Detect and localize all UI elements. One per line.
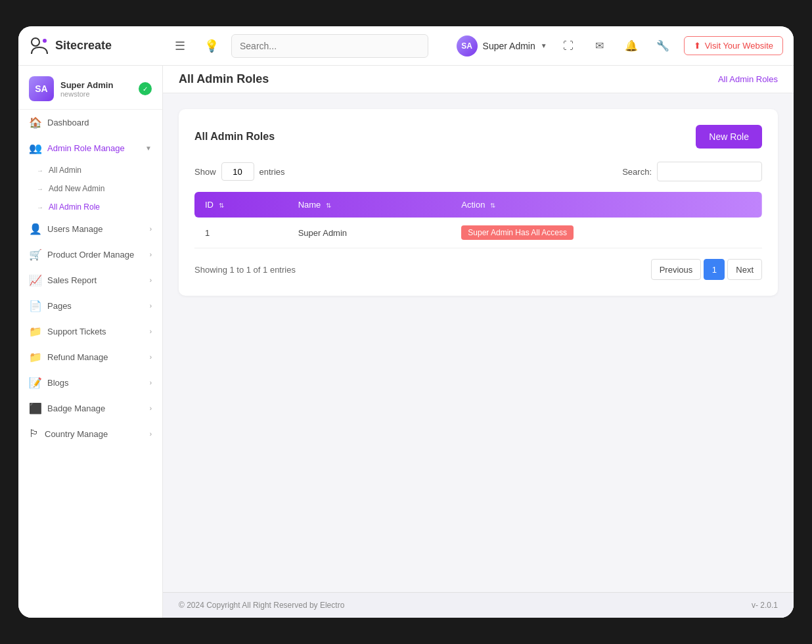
chevron-right-icon: › (150, 354, 152, 361)
access-badge[interactable]: Super Admin Has All Access (461, 225, 574, 240)
new-role-button[interactable]: New Role (696, 125, 762, 149)
sidebar-item-refund[interactable]: 📁 Refund Manage › (18, 344, 162, 370)
search-input[interactable] (231, 34, 428, 58)
cell-name: Super Admin (288, 218, 451, 248)
sidebar-item-pages[interactable]: 📄 Pages › (18, 293, 162, 319)
bulb-icon[interactable]: 💡 (200, 34, 223, 58)
sidebar-item-dashboard[interactable]: 🏠 Dashboard (18, 110, 162, 135)
sidebar-label-refund: Refund Manage (47, 352, 108, 362)
breadcrumb-bar: All Admin Roles All Admin Roles (163, 66, 794, 93)
card-header: All Admin Roles New Role (194, 125, 762, 149)
show-label: Show (194, 167, 216, 177)
card-title: All Admin Roles (194, 131, 275, 143)
sidebar-sub-add-new-admin[interactable]: → Add New Admin (18, 179, 162, 198)
sidebar-label-blogs: Blogs (47, 378, 69, 388)
folder-icon: 📁 (29, 325, 42, 338)
arrow-icon: → (37, 167, 43, 174)
page-icon: 📄 (29, 300, 42, 312)
chevron-right-icon: › (150, 430, 152, 438)
sidebar-sub-label-all-admin: All Admin (49, 166, 81, 175)
chevron-right-icon: › (150, 302, 152, 310)
content-area: All Admin Roles All Admin Roles All Admi… (163, 66, 794, 618)
sidebar-item-product-order[interactable]: 🛒 Product Order Manage › (18, 242, 162, 267)
sidebar-sub-label-all-admin-role: All Admin Role (49, 202, 100, 212)
visit-website-button[interactable]: ⬆ Visit Your Website (684, 36, 783, 55)
cell-action: Super Admin Has All Access (451, 218, 762, 248)
chevron-right-icon: › (150, 251, 152, 258)
cart-icon: 🛒 (29, 248, 42, 261)
sidebar-item-users[interactable]: 👤 Users Manage › (18, 216, 162, 242)
flag-icon: 🏳 (29, 428, 39, 440)
entries-input[interactable] (221, 162, 254, 181)
blog-icon: 📝 (29, 377, 42, 389)
roles-table: ID ⇅ Name ⇅ Action ⇅ (194, 192, 762, 248)
user-icon: 👤 (29, 223, 42, 235)
logo-area: Sitecreate (29, 35, 160, 57)
expand-icon[interactable]: ⛶ (558, 35, 579, 57)
sidebar-store: newstore (60, 90, 132, 98)
search-control: Search: (622, 162, 762, 181)
arrow-icon: → (37, 185, 43, 193)
table-search-input[interactable] (657, 162, 762, 181)
badge-icon: ⬛ (29, 402, 42, 415)
home-icon: 🏠 (29, 116, 42, 129)
user-badge[interactable]: SA Super Admin ▼ (457, 35, 547, 57)
table-head: ID ⇅ Name ⇅ Action ⇅ (194, 192, 762, 218)
chevron-right-icon: › (150, 225, 152, 233)
svg-point-0 (32, 38, 39, 46)
col-id[interactable]: ID ⇅ (194, 192, 288, 218)
folder-icon: 📁 (29, 351, 42, 363)
col-name[interactable]: Name ⇅ (288, 192, 451, 218)
chevron-right-icon: › (150, 379, 152, 386)
chart-icon: 📈 (29, 274, 42, 287)
check-icon: ✓ (139, 82, 152, 95)
table-controls: Show entries Search: (194, 162, 762, 181)
page-1-button[interactable]: 1 (704, 259, 725, 280)
footer: © 2024 Copyright All Right Reserved by E… (163, 592, 794, 618)
mail-icon[interactable]: ✉ (589, 35, 610, 57)
table-footer: Showing 1 to 1 of 1 entries Previous 1 N… (194, 259, 762, 280)
sidebar-user-info: Super Admin newstore (60, 80, 132, 98)
sidebar-sub-all-admin-role[interactable]: → All Admin Role (18, 198, 162, 216)
user-name: Super Admin (483, 41, 535, 51)
sidebar-sub-all-admin[interactable]: → All Admin (18, 161, 162, 179)
col-action-label: Action (461, 200, 485, 210)
arrow-icon: → (37, 204, 43, 211)
entries-label: entries (259, 167, 285, 177)
sidebar-label-sales-report: Sales Report (47, 275, 97, 285)
menu-icon[interactable]: ☰ (168, 34, 192, 58)
chevron-down-icon: ▼ (541, 42, 547, 49)
sidebar-username: Super Admin (60, 80, 132, 90)
sidebar-label-badge: Badge Manage (47, 403, 105, 413)
content-inner: All Admin Roles New Role Show entries Se… (163, 93, 794, 592)
breadcrumb: All Admin Roles (718, 74, 778, 84)
chevron-right-icon: › (150, 277, 152, 284)
chevron-right-icon: › (150, 405, 152, 412)
roles-card: All Admin Roles New Role Show entries Se… (179, 109, 778, 296)
main-layout: SA Super Admin newstore ✓ 🏠 Dashboard 👥 (18, 66, 794, 618)
chevron-down-icon: ▼ (145, 145, 152, 152)
sidebar-item-badge[interactable]: ⬛ Badge Manage › (18, 396, 162, 421)
next-button[interactable]: Next (727, 259, 762, 280)
sidebar-label-users: Users Manage (47, 224, 103, 234)
navbar-right: SA Super Admin ▼ ⛶ ✉ 🔔 🔧 ⬆ Visit Your We… (457, 35, 783, 57)
sidebar-label-product-order: Product Order Manage (47, 250, 134, 260)
bell-icon[interactable]: 🔔 (621, 35, 642, 57)
tools-icon[interactable]: 🔧 (652, 35, 673, 57)
sidebar-sub-label-add-new-admin: Add New Admin (49, 184, 104, 193)
sort-icon: ⇅ (490, 202, 495, 209)
previous-button[interactable]: Previous (651, 259, 702, 280)
sidebar-item-support[interactable]: 📁 Support Tickets › (18, 319, 162, 344)
sidebar-item-sales-report[interactable]: 📈 Sales Report › (18, 267, 162, 293)
col-id-label: ID (205, 200, 214, 210)
table-row: 1 Super Admin Super Admin Has All Access (194, 218, 762, 248)
col-action[interactable]: Action ⇅ (451, 192, 762, 218)
sidebar-item-admin-role[interactable]: 👥 Admin Role Manage ▼ (18, 135, 162, 161)
sort-icon: ⇅ (219, 202, 224, 209)
table-body: 1 Super Admin Super Admin Has All Access (194, 218, 762, 248)
sidebar-item-country[interactable]: 🏳 Country Manage › (18, 421, 162, 446)
logo-icon (29, 35, 50, 57)
sidebar-label-dashboard: Dashboard (47, 118, 89, 127)
avatar: SA (457, 35, 478, 57)
sidebar-item-blogs[interactable]: 📝 Blogs › (18, 370, 162, 396)
